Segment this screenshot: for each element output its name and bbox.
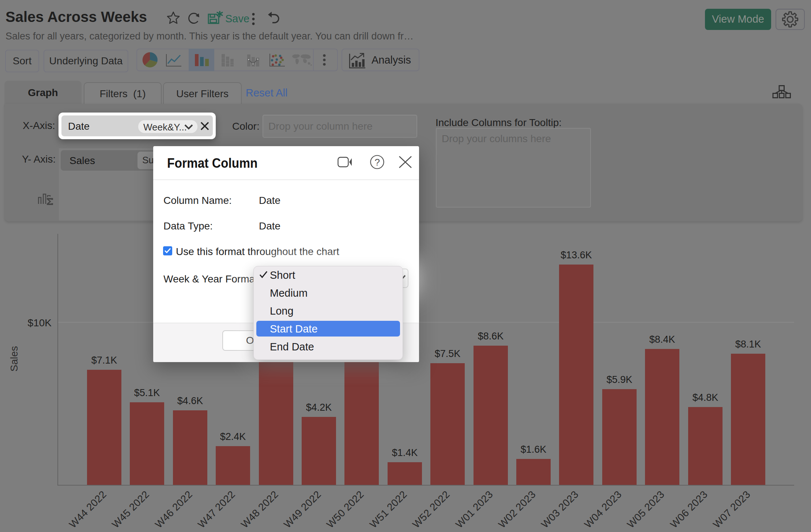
svg-text:?: ?: [375, 157, 380, 168]
svg-text:Save: Save: [225, 13, 249, 24]
